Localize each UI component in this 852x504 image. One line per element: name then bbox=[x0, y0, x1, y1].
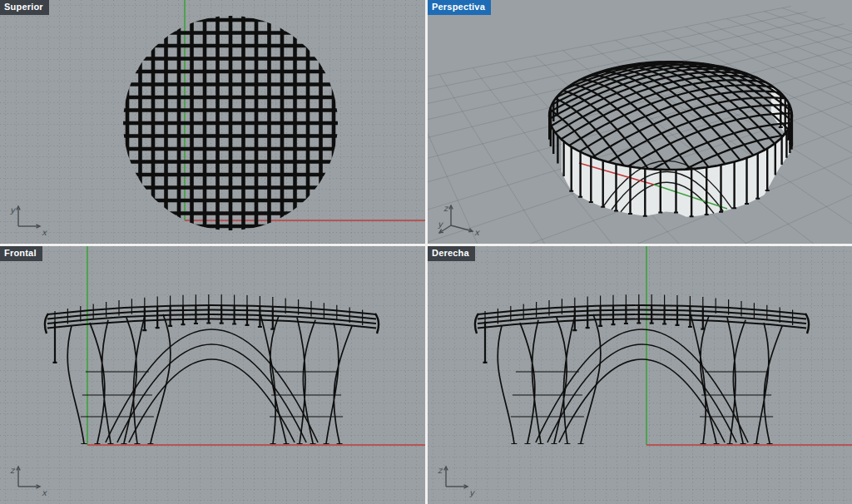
viewport-tab-frontal[interactable]: Frontal bbox=[0, 246, 42, 261]
viewport-superior[interactable]: Superior yx bbox=[0, 0, 425, 244]
viewport-perspectiva[interactable]: Perspectiva zyx bbox=[428, 0, 852, 244]
viewport-grid: Superior yx Perspectiva zyx Frontal zx D… bbox=[0, 0, 852, 504]
viewport-tab-superior[interactable]: Superior bbox=[0, 0, 49, 15]
superior-canvas[interactable] bbox=[0, 0, 425, 244]
viewport-derecha[interactable]: Derecha zy bbox=[428, 246, 852, 504]
viewport-frontal[interactable]: Frontal zx bbox=[0, 246, 425, 504]
frontal-canvas[interactable] bbox=[0, 246, 425, 504]
perspectiva-canvas[interactable] bbox=[428, 0, 852, 244]
derecha-canvas[interactable] bbox=[428, 246, 852, 504]
viewport-tab-perspectiva[interactable]: Perspectiva bbox=[428, 0, 491, 15]
viewport-tab-derecha[interactable]: Derecha bbox=[428, 246, 475, 261]
